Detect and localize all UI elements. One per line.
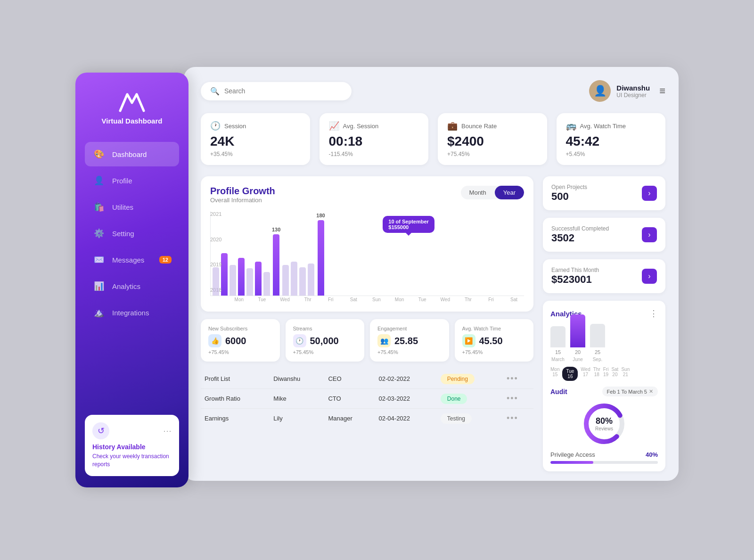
bounce-icon: 💼	[447, 121, 458, 131]
toggle-group: Month Year	[461, 186, 524, 199]
day-chip-tue[interactable]: Tue 16	[562, 367, 578, 381]
analytics-mini-header: Analytics ⋮	[550, 308, 658, 319]
donut-chart: 80% Reviews	[581, 400, 628, 447]
project-info: Open Projects 500	[551, 184, 587, 203]
mini-bars: 15 March 20 June 25 Sep.	[550, 324, 658, 362]
progress-bar	[550, 461, 658, 464]
metric-change-subscribers: +75.45%	[208, 349, 272, 355]
table-cell-role: Manager	[324, 409, 375, 428]
utilities-icon: 🛍️	[92, 200, 106, 214]
day-chip-mon[interactable]: Mon 15	[550, 367, 559, 381]
bar	[273, 234, 279, 296]
bar	[263, 272, 270, 296]
sidebar-item-label: Setting	[112, 230, 134, 238]
user-text: Diwanshu UI Designer	[616, 84, 650, 99]
bar-group-4	[238, 258, 245, 296]
arrow-button[interactable]: ›	[642, 186, 657, 201]
day-chip-wed[interactable]: Wed 17	[581, 367, 590, 381]
stat-change-bounce: +75.45%	[447, 151, 538, 157]
history-header: ↺ ⋯	[92, 422, 172, 439]
sidebar-item-profile[interactable]: 👤 Profile	[85, 168, 179, 193]
toggle-month[interactable]: Month	[461, 186, 495, 199]
search-input[interactable]	[224, 87, 342, 95]
audit-label: Audit	[550, 388, 567, 395]
history-card: ↺ ⋯ History Available Check your weekly …	[85, 415, 179, 476]
day-chip-sat[interactable]: Sat 20	[611, 367, 618, 381]
mini-bar-col-2: 20 June	[570, 314, 585, 362]
sidebar-nav: 🎨 Dashboard 👤 Profile 🛍️ Utilites ⚙️ Set…	[85, 142, 179, 407]
table-cell-status: Testing	[437, 409, 503, 428]
metric-value-engagement: 25.85	[394, 336, 418, 346]
stat-card-avg-session: 📈 Avg. Session 00:18 -115.45%	[320, 113, 429, 165]
mini-bar-label: 20	[575, 349, 581, 355]
history-icon: ↺	[92, 422, 109, 439]
sidebar-item-messages[interactable]: ✉️ Messages 12	[85, 247, 179, 272]
bar-group-12	[308, 264, 314, 296]
metric-label: Avg. Watch Time	[462, 326, 526, 331]
stat-value-bounce: $2400	[447, 134, 538, 149]
tooltip-value: $155000	[388, 224, 429, 230]
sidebar-item-dashboard[interactable]: 🎨 Dashboard	[85, 142, 179, 166]
metric-value-streams: 50,000	[310, 336, 339, 346]
status-badge: Done	[441, 394, 467, 404]
metric-change-watchtime: +75.45%	[462, 349, 526, 355]
sidebar-item-setting[interactable]: ⚙️ Setting	[85, 221, 179, 246]
sidebar-item-analytics[interactable]: 📊 Analytics	[85, 274, 179, 298]
donut-text: 80% Reviews	[595, 416, 613, 431]
row-action-dots[interactable]: •••	[507, 394, 518, 403]
stat-label-session: Session	[224, 123, 246, 130]
table-cell-status: Done	[437, 389, 503, 409]
metric-value-subscribers: 6000	[225, 336, 246, 346]
project-card-completed: Successfull Completed 3502 ›	[543, 218, 665, 252]
sidebar-item-label: Utilites	[112, 203, 133, 211]
profile-icon: 👤	[92, 174, 106, 187]
bar	[221, 253, 228, 296]
sidebar-title: Virtual Dashboard	[102, 117, 163, 125]
sidebar-item-utilities[interactable]: 🛍️ Utilites	[85, 195, 179, 219]
growth-subtitle: Overall Information	[210, 197, 275, 204]
search-box[interactable]: 🔍	[201, 82, 352, 100]
mini-bar-sublabel: June	[573, 357, 583, 362]
arrow-button[interactable]: ›	[642, 227, 657, 242]
row-action-dots[interactable]: •••	[507, 374, 518, 383]
analytics-menu-dots[interactable]: ⋮	[649, 308, 658, 319]
toggle-year[interactable]: Year	[495, 186, 524, 199]
search-icon: 🔍	[210, 87, 220, 96]
table-cell-name: Growth Ratio	[201, 389, 270, 409]
data-table-card: Profit List Diwanshu CEO 02-02-2022 Pend…	[201, 369, 533, 428]
metric-card-watchtime: Avg. Watch Time ▶️ 45.50 +75.45%	[455, 319, 534, 362]
chart-area: 2021 2020 2019 2018	[210, 211, 524, 296]
menu-icon[interactable]: ≡	[659, 85, 665, 97]
integrations-icon: 🏔️	[92, 306, 106, 319]
mini-bar-label: 15	[555, 349, 561, 355]
table-cell-date: 02-03-2022	[375, 389, 437, 409]
sidebar-item-integrations[interactable]: 🏔️ Integrations	[85, 300, 179, 325]
bar	[213, 267, 219, 296]
project-card-open: Open Projects 500 ›	[543, 176, 665, 210]
metric-icon-watchtime: ▶️	[462, 334, 475, 347]
bar	[291, 262, 297, 296]
mini-bar	[550, 326, 566, 347]
stat-change-avg: -115.45%	[329, 151, 419, 157]
stat-change-session: +35.45%	[210, 151, 301, 157]
row-action-dots[interactable]: •••	[507, 413, 518, 423]
day-chip-thr[interactable]: Thr 18	[593, 367, 600, 381]
metric-label: Streams	[293, 326, 357, 331]
day-chip-sun[interactable]: Sun 21	[621, 367, 630, 381]
user-info: 👤 Diwanshu UI Designer ≡	[589, 80, 665, 102]
status-badge: Testing	[441, 413, 472, 424]
audit-close-icon[interactable]: ✕	[649, 388, 653, 395]
metric-icon-streams: 🕐	[293, 334, 306, 347]
history-menu-dots[interactable]: ⋯	[163, 426, 172, 436]
sidebar: Virtual Dashboard 🎨 Dashboard 👤 Profile …	[75, 73, 188, 487]
bar	[238, 258, 245, 296]
history-description: Check your weekly transaction reports	[92, 453, 172, 469]
mini-bar-col-3: 25 Sep.	[590, 324, 605, 362]
x-labels: Mon Tue Wed Thr Fri Sat Sun Mon Tue Wed …	[210, 297, 524, 302]
avg-session-icon: 📈	[329, 121, 339, 131]
day-chip-fri[interactable]: Fri 19	[603, 367, 609, 381]
progress-fill	[550, 461, 593, 464]
arrow-button[interactable]: ›	[642, 269, 657, 284]
privilege-row: Privilege Access 40%	[550, 451, 658, 458]
bar-group-11	[299, 267, 306, 296]
